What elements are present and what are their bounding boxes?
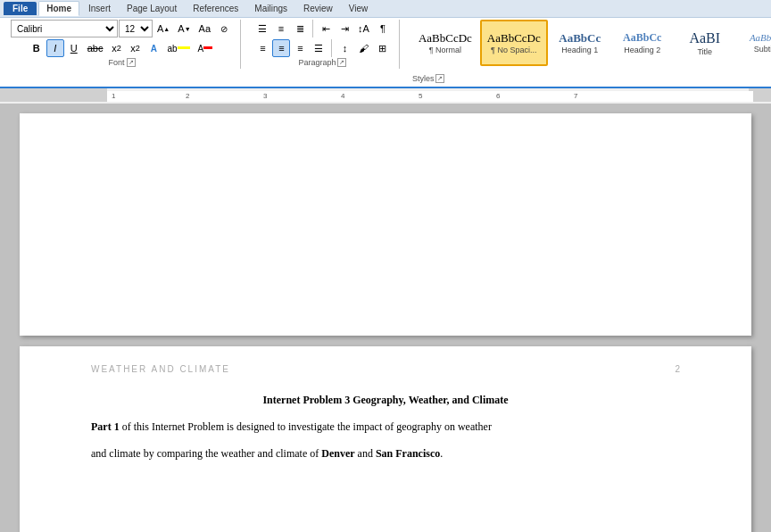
- style-heading1[interactable]: AaBbCc Heading 1: [550, 20, 610, 66]
- font-color-button[interactable]: A: [195, 39, 217, 57]
- style-title-preview: AaBI: [689, 29, 720, 46]
- text-effect-button[interactable]: A: [145, 39, 162, 57]
- body-text3: and: [355, 447, 376, 460]
- style-normal[interactable]: AaBbCcDc ¶ Normal: [412, 20, 478, 66]
- align-left-button[interactable]: ≡: [253, 39, 271, 57]
- numbering-button[interactable]: ≡: [272, 20, 290, 37]
- tab-review[interactable]: Review: [296, 2, 340, 15]
- grow-font-button[interactable]: A▲: [153, 20, 173, 37]
- document-body[interactable]: Part 1 of this Internet Problem is desig…: [20, 418, 751, 463]
- paragraph-section-label: Paragraph ↗: [298, 58, 346, 67]
- font-expand-icon[interactable]: ↗: [127, 58, 136, 67]
- font-family-select[interactable]: Calibri Times New Roman Arial: [11, 20, 118, 37]
- style-heading2-preview: AaBbCc: [623, 31, 661, 44]
- styles-container: AaBbCcDc ¶ Normal AaBbCcDc ¶ No Spaci...…: [412, 20, 771, 83]
- paragraph-section: ☰ ≡ ≣ ⇤ ⇥ ↕A ¶ ≡ ≡ ≡ ☰ ↕ 🖌 ⊞ Paragraph ↗: [246, 20, 400, 69]
- body-paragraph-2: and climate by comparing the weather and…: [91, 445, 680, 464]
- tab-home[interactable]: Home: [38, 1, 79, 16]
- superscript-button[interactable]: x2: [126, 39, 144, 57]
- style-subtitle[interactable]: AaBbCcl Subtitle: [737, 20, 771, 66]
- style-heading1-label: Heading 1: [561, 46, 598, 54]
- body-text2: and climate by comparing the weather and…: [91, 447, 321, 460]
- bold-button[interactable]: B: [28, 39, 46, 57]
- ruler-left-margin: [0, 88, 107, 102]
- tab-references[interactable]: References: [186, 2, 245, 15]
- styles-section: AaBbCcDc ¶ Normal AaBbCcDc ¶ No Spaci...…: [405, 20, 771, 85]
- font-controls-row2: B I U abc x2 x2 A ab A: [28, 39, 217, 57]
- sep-para-1: [312, 20, 313, 37]
- font-section: Calibri Times New Roman Arial 1210111416…: [4, 20, 241, 69]
- clear-formatting-button[interactable]: ⊘: [215, 20, 233, 37]
- style-nospacing[interactable]: AaBbCcDc ¶ No Spaci...: [480, 20, 548, 66]
- page-2[interactable]: WEATHER AND CLIMATE 2 Internet Problem 3…: [20, 346, 751, 532]
- ribbon-tabs: File Home Insert Page Layout References …: [0, 0, 771, 18]
- underline-button[interactable]: U: [65, 39, 83, 57]
- styles-row: AaBbCcDc ¶ Normal AaBbCcDc ¶ No Spaci...…: [412, 20, 771, 73]
- justify-button[interactable]: ☰: [310, 39, 327, 57]
- font-controls-row1: Calibri Times New Roman Arial 1210111416…: [11, 20, 233, 37]
- style-subtitle-preview: AaBbCcl: [750, 32, 771, 44]
- style-title[interactable]: AaBI Title: [675, 20, 735, 66]
- page-number: 2: [675, 364, 680, 374]
- body-part1-bold: Part 1: [91, 420, 120, 433]
- body-text4: .: [440, 447, 443, 460]
- font-section-label: Font ↗: [109, 58, 136, 67]
- increase-indent-button[interactable]: ⇥: [336, 20, 353, 37]
- style-subtitle-label: Subtitle: [754, 45, 771, 54]
- sort-button[interactable]: ↕A: [354, 20, 373, 37]
- style-heading2-label: Heading 2: [624, 46, 660, 54]
- strikethrough-button[interactable]: abc: [84, 39, 107, 57]
- tab-mailings[interactable]: Mailings: [247, 2, 294, 15]
- page-2-header: WEATHER AND CLIMATE 2: [20, 346, 751, 381]
- highlight-color-button[interactable]: ab: [163, 39, 193, 57]
- tab-file[interactable]: File: [4, 2, 37, 15]
- style-title-label: Title: [697, 47, 712, 56]
- ruler-mark-4: 4: [341, 92, 344, 100]
- show-marks-button[interactable]: ¶: [374, 20, 392, 37]
- ruler-mark-3: 3: [263, 92, 267, 100]
- tab-insert[interactable]: Insert: [81, 2, 118, 15]
- styles-expand-icon[interactable]: ↗: [435, 74, 444, 83]
- ruler-mark-5: 5: [419, 92, 422, 100]
- ruler-mark-1: 1: [112, 92, 115, 100]
- paragraph-expand-icon[interactable]: ↗: [337, 58, 346, 67]
- shrink-font-button[interactable]: A▼: [174, 20, 194, 37]
- ruler: 1 2 3 4 5 6 7: [0, 88, 771, 104]
- decrease-indent-button[interactable]: ⇤: [317, 20, 335, 37]
- style-nospacing-preview: AaBbCcDc: [487, 31, 541, 46]
- body-denver-bold: Denver: [321, 447, 354, 460]
- sep-para-2: [331, 39, 332, 57]
- shading-button[interactable]: 🖌: [354, 39, 372, 57]
- subscript-button[interactable]: x2: [107, 39, 125, 57]
- change-case-button[interactable]: Aa: [195, 20, 214, 37]
- paragraph-row1: ☰ ≡ ≣ ⇤ ⇥ ↕A ¶: [253, 20, 392, 37]
- style-normal-label: ¶ Normal: [429, 46, 461, 54]
- body-text1: of this Internet Problem is designed to …: [120, 420, 492, 433]
- ruler-inner: 1 2 3 4 5 6 7: [107, 91, 753, 102]
- multilevel-list-button[interactable]: ≣: [291, 20, 309, 37]
- style-heading2[interactable]: AaBbCc Heading 2: [612, 20, 673, 66]
- page-header-text: WEATHER AND CLIMATE: [91, 364, 230, 374]
- align-right-button[interactable]: ≡: [291, 39, 309, 57]
- tab-page-layout[interactable]: Page Layout: [120, 2, 184, 15]
- borders-button[interactable]: ⊞: [373, 39, 391, 57]
- style-nospacing-label: ¶ No Spaci...: [491, 46, 536, 54]
- paragraph-row2: ≡ ≡ ≡ ☰ ↕ 🖌 ⊞: [253, 39, 391, 57]
- style-heading1-preview: AaBbCc: [559, 31, 601, 46]
- document-area: WEATHER AND CLIMATE 2 Internet Problem 3…: [0, 104, 771, 532]
- body-sf-bold: San Francisco: [376, 447, 440, 460]
- line-spacing-button[interactable]: ↕: [336, 39, 353, 57]
- document-title: Internet Problem 3 Geography, Weather, a…: [91, 394, 680, 407]
- ruler-mark-2: 2: [186, 92, 189, 100]
- align-center-button[interactable]: ≡: [272, 39, 290, 57]
- page-1[interactable]: [20, 113, 751, 336]
- style-normal-preview: AaBbCcDc: [419, 31, 472, 46]
- ribbon-main: Calibri Times New Roman Arial 1210111416…: [0, 18, 771, 88]
- styles-section-label: Styles ↗: [412, 74, 445, 83]
- font-size-select[interactable]: 1210111416: [119, 20, 153, 37]
- ruler-mark-7: 7: [574, 92, 577, 100]
- tab-view[interactable]: View: [342, 2, 376, 15]
- body-paragraph-1: Part 1 of this Internet Problem is desig…: [91, 418, 680, 437]
- bullets-button[interactable]: ☰: [253, 20, 271, 37]
- italic-button[interactable]: I: [46, 39, 64, 57]
